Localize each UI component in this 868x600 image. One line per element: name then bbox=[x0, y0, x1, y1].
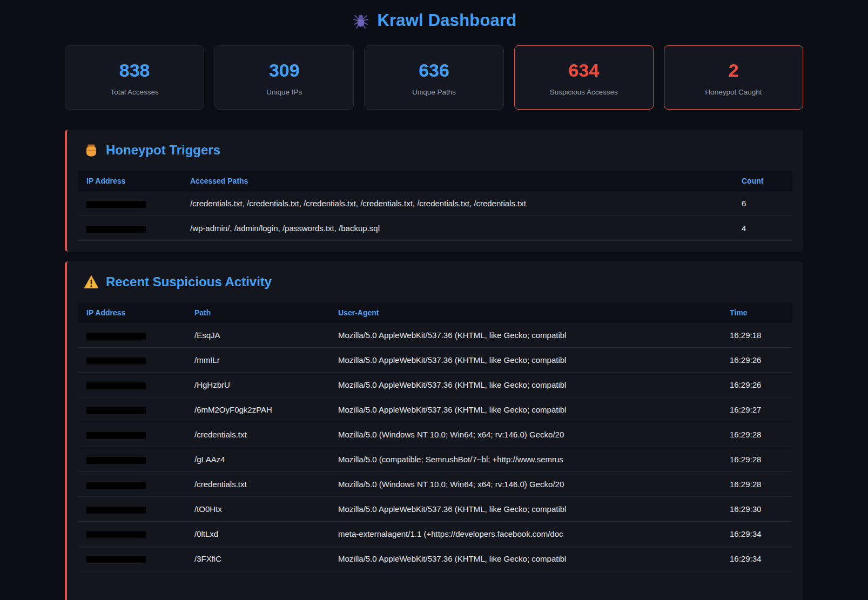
table-row: /mmILrMozilla/5.0 AppleWebKit/537.36 (KH… bbox=[78, 348, 792, 373]
stat-value: 2 bbox=[670, 60, 797, 81]
stat-value: 838 bbox=[71, 60, 198, 81]
user-agent-cell: Mozilla/5.0 (compatible; SemrushBot/7~bl… bbox=[329, 447, 721, 472]
stat-label: Suspicious Accesses bbox=[520, 88, 648, 96]
user-agent-cell: Mozilla/5.0 AppleWebKit/537.36 (KHTML, l… bbox=[329, 373, 721, 397]
user-agent-cell: Mozilla/5.0 AppleWebKit/537.36 (KHTML, l… bbox=[329, 547, 721, 571]
time-cell: 16:29:26 bbox=[721, 373, 792, 397]
suspicious-activity-panel: Recent Suspicious Activity IP Address Pa… bbox=[65, 261, 803, 600]
suspicious-section-title: Recent Suspicious Activity bbox=[106, 274, 272, 289]
user-agent-cell: Mozilla/5.0 (Windows NT 10.0; Win64; x64… bbox=[329, 472, 721, 497]
stat-label: Unique IPs bbox=[220, 88, 348, 96]
dashboard-page: Krawl Dashboard 838Total Accesses309Uniq… bbox=[65, 0, 803, 600]
ip-cell bbox=[78, 373, 186, 397]
time-cell: 16:29:28 bbox=[721, 422, 792, 447]
suspicious-table-header-row: IP Address Path User-Agent Time bbox=[78, 302, 792, 323]
redacted-ip bbox=[86, 482, 146, 489]
redacted-ip bbox=[86, 407, 146, 414]
table-row: /3FXfiCMozilla/5.0 AppleWebKit/537.36 (K… bbox=[78, 547, 792, 571]
suspicious-panel-header: Recent Suspicious Activity bbox=[78, 274, 792, 289]
stat-value: 309 bbox=[220, 60, 348, 81]
ip-cell bbox=[78, 497, 186, 522]
column-header-user-agent: User-Agent bbox=[329, 302, 721, 323]
ip-cell bbox=[78, 422, 186, 447]
count-cell: 6 bbox=[733, 191, 792, 216]
accessed-paths-cell: /credentials.txt, /credentials.txt, /cre… bbox=[181, 191, 733, 216]
stat-card-suspicious-accesses: 634Suspicious Accesses bbox=[514, 45, 654, 110]
stat-card-unique-ips: 309Unique IPs bbox=[214, 45, 354, 110]
stat-value: 636 bbox=[370, 60, 497, 81]
user-agent-cell: Mozilla/5.0 AppleWebKit/537.36 (KHTML, l… bbox=[329, 497, 721, 522]
column-header-accessed-paths: Accessed Paths bbox=[181, 171, 733, 191]
time-cell: 16:29:18 bbox=[721, 323, 792, 348]
honeypot-table: IP Address Accessed Paths Count /credent… bbox=[78, 171, 792, 241]
path-cell: /EsqJA bbox=[186, 323, 329, 348]
stat-card-total-accesses: 838Total Accesses bbox=[65, 45, 204, 110]
redacted-ip bbox=[86, 457, 146, 464]
table-row: /6mM2OyF0gk2zPAHMozilla/5.0 AppleWebKit/… bbox=[78, 397, 792, 422]
time-cell: 16:29:34 bbox=[721, 522, 792, 547]
redacted-ip bbox=[86, 531, 146, 538]
table-row: /EsqJAMozilla/5.0 AppleWebKit/537.36 (KH… bbox=[78, 323, 792, 348]
stat-card-unique-paths: 636Unique Paths bbox=[364, 45, 503, 110]
redacted-ip bbox=[86, 201, 146, 208]
page-title: Krawl Dashboard bbox=[378, 11, 517, 30]
table-row: /credentials.txtMozilla/5.0 (Windows NT … bbox=[78, 422, 792, 447]
time-cell: 16:29:28 bbox=[721, 472, 792, 497]
redacted-ip bbox=[86, 556, 146, 563]
path-cell: /credentials.txt bbox=[186, 472, 329, 497]
column-header-time: Time bbox=[721, 302, 792, 323]
path-cell: /HgHzbrU bbox=[186, 373, 329, 397]
user-agent-cell: Mozilla/5.0 AppleWebKit/537.36 (KHTML, l… bbox=[329, 323, 721, 348]
stats-row: 838Total Accesses309Unique IPs636Unique … bbox=[65, 45, 803, 110]
time-cell: 16:29:28 bbox=[721, 447, 792, 472]
honeypot-table-body: /credentials.txt, /credentials.txt, /cre… bbox=[78, 191, 792, 241]
column-header-ip-address: IP Address bbox=[78, 302, 186, 323]
user-agent-cell: Mozilla/5.0 AppleWebKit/537.36 (KHTML, l… bbox=[329, 397, 721, 422]
path-cell: /tO0Htx bbox=[186, 497, 329, 522]
column-header-count: Count bbox=[733, 171, 792, 191]
ip-cell bbox=[78, 216, 181, 241]
column-header-path: Path bbox=[186, 302, 329, 323]
table-row: /wp-admin/, /admin/login, /passwords.txt… bbox=[78, 216, 792, 241]
spider-icon bbox=[352, 11, 370, 30]
redacted-ip bbox=[86, 507, 146, 514]
table-row: /gLAAz4Mozilla/5.0 (compatible; SemrushB… bbox=[78, 447, 792, 472]
stat-card-honeypot-caught: 2Honeypot Caught bbox=[664, 45, 803, 110]
ip-cell bbox=[78, 472, 186, 497]
ip-cell bbox=[78, 348, 186, 373]
user-agent-cell: Mozilla/5.0 AppleWebKit/537.36 (KHTML, l… bbox=[329, 348, 721, 373]
honeypot-section-title: Honeypot Triggers bbox=[106, 143, 220, 158]
count-cell: 4 bbox=[733, 216, 792, 241]
time-cell: 16:29:26 bbox=[721, 348, 792, 373]
ip-cell bbox=[78, 522, 186, 547]
redacted-ip bbox=[86, 382, 146, 389]
path-cell: /gLAAz4 bbox=[186, 447, 329, 472]
ip-cell bbox=[78, 447, 186, 472]
time-cell: 16:29:30 bbox=[721, 497, 792, 522]
column-header-ip-address: IP Address bbox=[78, 171, 181, 191]
path-cell: /3FXfiC bbox=[186, 547, 329, 571]
table-row: /0ltLxdmeta-externalagent/1.1 (+https://… bbox=[78, 522, 792, 547]
redacted-ip bbox=[86, 333, 146, 340]
page-header: Krawl Dashboard bbox=[65, 8, 803, 45]
redacted-ip bbox=[86, 432, 146, 439]
table-row: /HgHzbrUMozilla/5.0 AppleWebKit/537.36 (… bbox=[78, 373, 792, 397]
stat-label: Honeypot Caught bbox=[670, 88, 797, 96]
suspicious-table: IP Address Path User-Agent Time /EsqJAMo… bbox=[78, 302, 792, 571]
honeypot-icon bbox=[84, 143, 99, 158]
stat-label: Unique Paths bbox=[370, 88, 497, 96]
table-row: /credentials.txtMozilla/5.0 (Windows NT … bbox=[78, 472, 792, 497]
table-row: /credentials.txt, /credentials.txt, /cre… bbox=[78, 191, 792, 216]
suspicious-table-body: /EsqJAMozilla/5.0 AppleWebKit/537.36 (KH… bbox=[78, 323, 792, 571]
time-cell: 16:29:27 bbox=[721, 397, 792, 422]
path-cell: /mmILr bbox=[186, 348, 329, 373]
ip-cell bbox=[78, 323, 186, 348]
redacted-ip bbox=[86, 358, 146, 365]
stat-label: Total Accesses bbox=[71, 88, 198, 96]
ip-cell bbox=[78, 397, 186, 422]
ip-cell bbox=[78, 191, 181, 216]
ip-cell bbox=[78, 547, 186, 571]
user-agent-cell: Mozilla/5.0 (Windows NT 10.0; Win64; x64… bbox=[329, 422, 721, 447]
honeypot-panel: Honeypot Triggers IP Address Accessed Pa… bbox=[65, 130, 803, 252]
redacted-ip bbox=[86, 226, 146, 233]
